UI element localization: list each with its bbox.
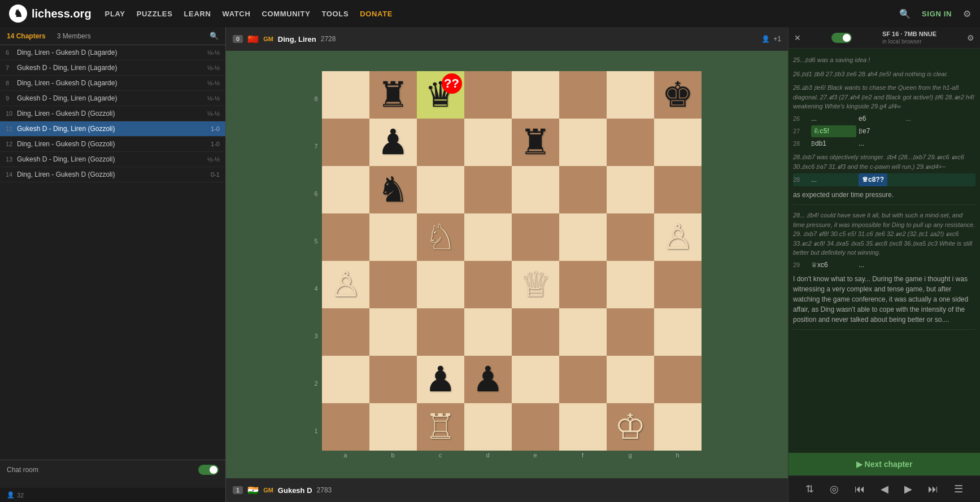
chess-square[interactable] <box>464 71 512 119</box>
chapters-tab[interactable]: 14 Chapters <box>7 32 46 40</box>
chapter-item[interactable]: 12 Ding, Liren - Gukesh D (Gozzoli) 1-0 <box>0 137 225 152</box>
chess-square[interactable]: ♙ <box>654 213 702 261</box>
chat-toggle[interactable] <box>198 465 219 475</box>
chess-square[interactable] <box>512 403 559 451</box>
chess-square[interactable] <box>322 166 369 213</box>
chess-square[interactable] <box>607 356 654 403</box>
chess-square[interactable]: ♟ <box>417 356 464 403</box>
chess-piece[interactable]: ♔ <box>615 409 646 444</box>
chess-square[interactable]: ♞ <box>369 166 417 213</box>
chess-square[interactable] <box>607 166 654 213</box>
chess-square[interactable] <box>322 403 369 451</box>
chapter-item[interactable]: 10 Ding, Liren - Gukesh D (Gozzoli) ½-½ <box>0 106 225 121</box>
chess-square[interactable] <box>464 119 512 166</box>
nav-community[interactable]: COMMUNITY <box>262 10 310 18</box>
chess-piece[interactable]: ♟ <box>472 362 504 397</box>
chess-square[interactable] <box>464 166 512 213</box>
chess-piece[interactable]: ♞ <box>377 172 409 207</box>
nav-learn[interactable]: LEARN <box>184 10 211 18</box>
chess-square[interactable] <box>512 308 559 356</box>
chess-piece[interactable]: ♙ <box>662 220 694 255</box>
chess-square[interactable] <box>322 71 369 119</box>
chess-square[interactable] <box>559 213 607 261</box>
chapter-item[interactable]: 11 Gukesh D - Ding, Liren (Gozzoli) 1-0 <box>0 121 225 137</box>
chess-square[interactable] <box>654 403 702 451</box>
board-flip-button[interactable]: ⇅ <box>801 481 818 497</box>
chess-piece[interactable]: ♖ <box>425 409 456 444</box>
engine-close-icon[interactable]: ✕ <box>794 33 801 42</box>
chess-square[interactable] <box>417 308 464 356</box>
nav-puzzles[interactable]: PUZZLES <box>137 10 173 18</box>
chess-square[interactable] <box>369 356 417 403</box>
chess-square[interactable] <box>607 119 654 166</box>
chess-square[interactable] <box>322 356 369 403</box>
chess-piece[interactable]: ♜ <box>377 77 409 112</box>
chess-square[interactable]: ♛?? <box>417 71 464 119</box>
chess-piece[interactable]: ♚ <box>662 77 694 112</box>
move-26-white[interactable]: ... <box>811 114 856 124</box>
chess-square[interactable]: ♚ <box>654 71 702 119</box>
chess-square[interactable] <box>559 403 607 451</box>
chess-square[interactable] <box>559 261 607 308</box>
chess-square[interactable]: ♟ <box>369 119 417 166</box>
menu-button[interactable]: ☰ <box>949 481 968 497</box>
sign-in-link[interactable]: SIGN IN <box>922 10 952 18</box>
chess-square[interactable] <box>607 308 654 356</box>
chess-board[interactable]: ♜♛??♚♟♜♞♘♙♙♕♟♟♖♔ <box>322 71 702 451</box>
chess-square[interactable] <box>464 213 512 261</box>
chess-piece[interactable]: ♘ <box>425 220 456 255</box>
chess-square[interactable]: ♕ <box>512 261 559 308</box>
chess-square[interactable] <box>322 308 369 356</box>
first-move-button[interactable]: ⏮ <box>850 481 869 497</box>
chess-square[interactable] <box>654 261 702 308</box>
chess-piece[interactable]: ♟ <box>425 362 456 397</box>
move-28-black[interactable]: ... <box>859 138 904 149</box>
chess-square[interactable] <box>559 71 607 119</box>
move-26-black[interactable]: e6 <box>859 114 904 124</box>
chess-square[interactable] <box>369 261 417 308</box>
chess-square[interactable] <box>464 403 512 451</box>
chess-square[interactable] <box>607 71 654 119</box>
chess-square[interactable] <box>417 261 464 308</box>
chess-square[interactable] <box>559 166 607 213</box>
chess-square[interactable]: ♘ <box>417 213 464 261</box>
chapter-item[interactable]: 13 Gukesh D - Ding, Liren (Gozzoli) ½-½ <box>0 152 225 167</box>
chapter-item[interactable]: 9 Gukesh D - Ding, Liren (Lagarde) ½-½ <box>0 91 225 106</box>
chess-piece[interactable]: ♟ <box>377 125 409 160</box>
chess-square[interactable] <box>559 308 607 356</box>
members-tab[interactable]: 3 Members <box>57 32 91 40</box>
last-move-button[interactable]: ⏭ <box>924 481 943 497</box>
next-chapter-button[interactable]: ▶ Next chapter <box>789 453 980 475</box>
chess-square[interactable] <box>607 213 654 261</box>
chess-square[interactable] <box>417 119 464 166</box>
chess-square[interactable] <box>512 356 559 403</box>
prev-move-button[interactable]: ◀ <box>876 481 893 497</box>
chess-square[interactable] <box>464 261 512 308</box>
chapter-item[interactable]: 7 Gukesh D - Ding, Liren (Lagarde) ½-½ <box>0 60 225 76</box>
move-29-white[interactable]: ♕xc6 <box>811 260 856 270</box>
nav-tools[interactable]: TOOLS <box>321 10 349 18</box>
move-27-black[interactable]: Ꞵe7 <box>859 126 904 137</box>
chapter-item[interactable]: 6 Ding, Liren - Gukesh D (Lagarde) ½-½ <box>0 45 225 60</box>
analysis-button[interactable]: ◎ <box>825 481 843 497</box>
chess-square[interactable]: ♜ <box>512 119 559 166</box>
move-27-white[interactable]: ♘c5! <box>811 125 856 137</box>
chapter-item[interactable]: 8 Ding, Liren - Gukesh D (Lagarde) ½-½ <box>0 76 225 91</box>
chess-square[interactable] <box>654 119 702 166</box>
chapter-item[interactable]: 14 Ding, Liren - Gukesh D (Gozzoli) 0-1 <box>0 167 225 182</box>
chess-square[interactable] <box>322 213 369 261</box>
engine-gear-icon[interactable]: ⚙ <box>967 33 974 42</box>
chess-square[interactable] <box>369 308 417 356</box>
engine-toggle-switch[interactable] <box>831 33 852 43</box>
chess-square[interactable] <box>369 213 417 261</box>
chess-square[interactable] <box>512 71 559 119</box>
chess-square[interactable] <box>322 119 369 166</box>
next-move-button[interactable]: ▶ <box>900 481 917 497</box>
moves-panel[interactable]: 25...Ꞵd6 was a saving idea ! 26.Ꞵd1 Ꞵb8 … <box>789 49 980 453</box>
chess-square[interactable] <box>559 119 607 166</box>
move-29-black[interactable]: ... <box>859 260 904 270</box>
nav-play[interactable]: PLAY <box>105 10 125 18</box>
search-icon[interactable]: 🔍 <box>899 8 911 19</box>
sidebar-search-icon[interactable]: 🔍 <box>210 32 219 40</box>
chess-piece[interactable]: ♙ <box>330 267 361 302</box>
